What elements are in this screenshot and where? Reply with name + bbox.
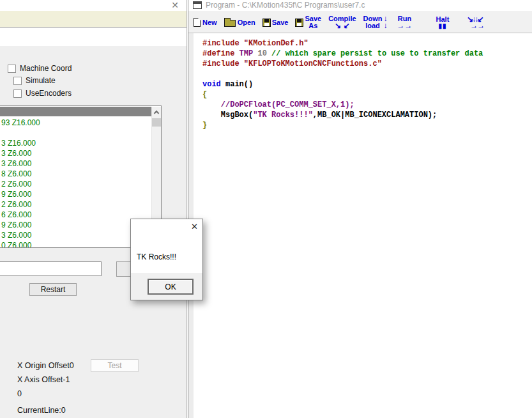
- gcode-row[interactable]: 8 Z6.000: [1, 169, 149, 179]
- gcode-row[interactable]: 2 Z6.000: [1, 179, 149, 189]
- test-button[interactable]: Test: [91, 359, 139, 372]
- gcode-row[interactable]: 93 Z16.000: [1, 118, 149, 128]
- step-arrows-icon: →→: [470, 22, 484, 29]
- scrollbar-thumb[interactable]: [152, 118, 162, 127]
- download-button[interactable]: Down load ↓ ↓: [363, 15, 388, 29]
- code-token: // which spare persist to use to transfe…: [271, 49, 483, 58]
- code-line: MsgBox("TK Rocks!!!",MB_OK|MB_ICONEXCLAM…: [202, 110, 483, 120]
- save-button[interactable]: Save: [262, 19, 289, 27]
- left-window-toolstrip: [0, 11, 186, 27]
- code-text: #include "KMotionDef.h" #define TMP 10 /…: [202, 38, 483, 130]
- code-token: main(): [221, 80, 253, 89]
- halt-pause-icon: ▮▮: [438, 23, 446, 29]
- gcode-row[interactable]: 6 Z6.000: [1, 210, 149, 220]
- machine-coord-row: Machine Coord: [8, 64, 72, 73]
- new-file-icon: [194, 18, 201, 27]
- left-window-titlebar: ✕: [0, 0, 186, 11]
- left-window-spacer: [0, 28, 186, 46]
- use-encoders-checkbox[interactable]: [13, 89, 22, 98]
- save-as-disk-icon: [295, 19, 303, 27]
- code-token: #include: [202, 59, 244, 68]
- chevron-up-icon: [154, 111, 159, 116]
- code-line: //DoPCFloat(PC_COMM_SET_X,1);: [202, 100, 483, 110]
- restart-button[interactable]: Restart: [29, 283, 77, 296]
- code-line: #include "KFLOPToKMotionCNCFunctions.c": [202, 59, 483, 69]
- code-token: {: [202, 90, 207, 99]
- editor-titlebar: Program - C:\KMotion435f\C Programs\user…: [188, 0, 532, 11]
- code-token: "KMotionDef.h": [244, 39, 308, 48]
- current-line-label: CurrentLine:0: [17, 406, 66, 415]
- zero-value-label: 0: [17, 389, 22, 398]
- code-token: 10: [253, 49, 271, 58]
- gcode-row[interactable]: 0 Z6.000: [1, 240, 149, 248]
- gcode-row[interactable]: 3 Z16.000: [1, 138, 149, 148]
- code-editor[interactable]: #include "KMotionDef.h" #define TMP 10 /…: [188, 33, 532, 418]
- new-button[interactable]: New: [194, 18, 217, 27]
- message-box-dialog: ✕ TK Rocks!!! OK: [130, 219, 203, 300]
- dialog-close-icon[interactable]: ✕: [191, 222, 198, 231]
- x-origin-offset-label: X Origin Offset0: [17, 361, 74, 370]
- ok-button[interactable]: OK: [148, 279, 194, 295]
- save-disk-icon: [262, 19, 271, 27]
- gcode-selected-row[interactable]: [0, 107, 151, 116]
- halt-button[interactable]: Halt ▮▮: [436, 16, 450, 29]
- compile-button[interactable]: Compile ↘ ↙: [328, 15, 356, 29]
- simulate-label: Simulate: [26, 76, 56, 85]
- gcode-rows: 93 Z16.000 3 Z16.000 3 Z6.000 3 Z6.000 8…: [1, 118, 149, 248]
- machine-coord-checkbox[interactable]: [8, 65, 16, 73]
- compile-arrows-icon: ↘ ↙: [335, 22, 349, 29]
- code-line: {: [202, 89, 483, 100]
- dialog-message: TK Rocks!!!: [137, 252, 176, 261]
- code-token: "TK Rocks!!!": [253, 111, 313, 120]
- gcode-row[interactable]: 2 Z6.000: [1, 199, 149, 210]
- dialog-footer: OK: [131, 273, 202, 300]
- code-token: ,MB_OK|MB_ICONEXCLAMATION);: [313, 111, 437, 120]
- code-line: #define TMP 10 // which spare persist to…: [202, 49, 483, 59]
- code-line: void main(): [202, 79, 483, 89]
- editor-title: Program - C:\KMotion435f\C Programs\user…: [206, 1, 365, 10]
- save-label: Save: [272, 19, 289, 26]
- code-token: TMP: [234, 49, 253, 58]
- code-line: }: [202, 120, 483, 130]
- code-token: void: [202, 80, 221, 89]
- download-arrow-icon: ↓: [384, 22, 388, 29]
- code-line: #include "KMotionDef.h": [202, 38, 483, 49]
- simulate-row: Simulate: [13, 76, 56, 85]
- mdi-input[interactable]: [0, 261, 102, 276]
- code-line: [202, 69, 483, 79]
- simulate-checkbox[interactable]: [13, 77, 22, 85]
- program-editor-window: Program - C:\KMotion435f\C Programs\user…: [188, 0, 532, 418]
- kmotioncnc-window: ✕ Machine Coord Simulate UseEncoders 93 …: [0, 0, 187, 418]
- editor-toolbar: New Open Save Save As Compile ↘ ↙: [188, 12, 532, 33]
- open-label: Open: [238, 19, 255, 26]
- scroll-up-button[interactable]: [152, 107, 162, 118]
- x-axis-offset-label: X Axis Offset-1: [17, 375, 70, 384]
- halt-label: Halt: [436, 16, 450, 23]
- open-folder-icon: [224, 20, 236, 27]
- code-token: }: [202, 121, 207, 130]
- gcode-row[interactable]: [1, 128, 149, 138]
- code-token: MsgBox(: [202, 111, 253, 120]
- use-encoders-row: UseEncoders: [13, 89, 72, 98]
- gcode-row[interactable]: 9 Z6.000: [1, 220, 149, 230]
- run-button[interactable]: Run →→: [397, 15, 413, 29]
- machine-coord-label: Machine Coord: [20, 64, 72, 73]
- save-as-button[interactable]: Save As: [295, 15, 321, 29]
- app-icon: [193, 1, 202, 9]
- code-token: "KFLOPToKMotionCNCFunctions.c": [244, 59, 382, 68]
- screen: ✕ Machine Coord Simulate UseEncoders 93 …: [0, 0, 532, 418]
- code-token: //DoPCFloat(PC_COMM_SET_X,1);: [202, 100, 354, 109]
- run-arrows-icon: →→: [397, 22, 413, 29]
- new-label: New: [202, 19, 217, 26]
- single-step-button[interactable]: ↘↓↓↙ →→: [465, 16, 484, 29]
- gcode-row[interactable]: 3 Z6.000: [1, 230, 149, 240]
- code-token: #include: [202, 39, 244, 48]
- close-icon[interactable]: ✕: [171, 0, 179, 11]
- download-label-2: load: [365, 22, 380, 29]
- gcode-row[interactable]: 3 Z6.000: [1, 159, 149, 169]
- gcode-row[interactable]: 3 Z6.000: [1, 148, 149, 159]
- code-token: #define: [202, 49, 234, 58]
- gcode-row[interactable]: 9 Z6.000: [1, 189, 149, 199]
- open-button[interactable]: Open: [224, 18, 255, 27]
- use-encoders-label: UseEncoders: [26, 89, 72, 98]
